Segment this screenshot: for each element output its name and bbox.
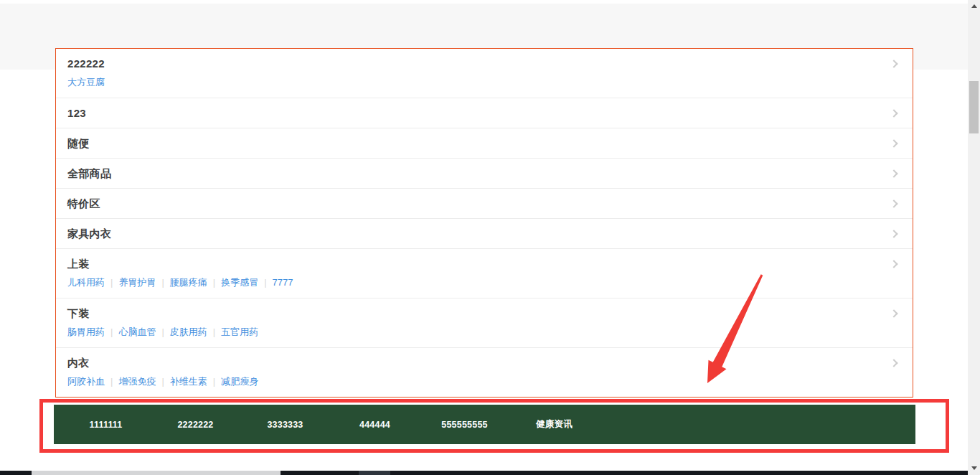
taskbar-active-segment [32, 471, 281, 475]
chevron-right-icon[interactable] [890, 139, 897, 147]
footer-nav-item[interactable]: 健康资讯 [509, 418, 599, 431]
scroll-down-icon [971, 466, 977, 470]
sublink[interactable]: 皮肤用药 [170, 326, 207, 337]
category-title[interactable]: 222222 [67, 57, 105, 70]
sublink-separator: | [213, 326, 215, 337]
sublink-separator: | [213, 277, 215, 288]
category-title[interactable]: 全部商品 [67, 166, 111, 180]
footer-nav-item[interactable]: 3333333 [240, 420, 330, 430]
footer-nav-item[interactable]: 444444 [330, 420, 420, 430]
category-row[interactable]: 全部商品 [56, 159, 913, 189]
sublink-separator: | [110, 277, 113, 288]
sublink[interactable]: 大方豆腐 [67, 77, 105, 88]
category-title[interactable]: 123 [67, 106, 86, 120]
sublink[interactable]: 阿胶补血 [67, 376, 105, 387]
sublink[interactable]: 补维生素 [170, 376, 207, 387]
sublink[interactable]: 换季感冒 [221, 277, 258, 288]
sublink-separator: | [161, 277, 164, 288]
sublink[interactable]: 肠胃用药 [67, 326, 105, 337]
chevron-right-icon[interactable] [890, 199, 897, 207]
page: 222222 大方豆腐 123 随便 全部商品 特价区 家具内衣 上装 儿科用药… [0, 0, 980, 475]
chevron-right-icon[interactable] [890, 260, 897, 268]
category-sublinks: 儿科用药|养胃护胃|腰腿疼痛|换季感冒|7777 [67, 276, 884, 288]
category-title[interactable]: 家具内衣 [67, 227, 111, 240]
category-title[interactable]: 下装 [67, 306, 90, 320]
footer-nav-item[interactable]: 555555555 [420, 420, 509, 430]
category-sublinks: 阿胶补血|增强免疫|补维生素|减肥瘦身 [67, 375, 884, 387]
category-row[interactable]: 随便 [56, 128, 913, 159]
chevron-right-icon[interactable] [890, 309, 897, 317]
category-title[interactable]: 内衣 [67, 356, 90, 370]
scrollbar-thumb[interactable] [969, 81, 979, 133]
sublink[interactable]: 心脑血管 [118, 326, 156, 337]
category-panel: 222222 大方豆腐 123 随便 全部商品 特价区 家具内衣 上装 儿科用药… [55, 48, 913, 398]
category-title[interactable]: 特价区 [67, 197, 100, 210]
category-sublinks: 肠胃用药|心脑血管|皮肤用药|五官用药 [67, 326, 884, 338]
sublink-separator: | [110, 326, 113, 337]
sublink-separator: | [264, 277, 266, 288]
footer-nav-item[interactable]: 1111111 [61, 420, 151, 430]
footer-nav-item[interactable]: 2222222 [151, 420, 240, 430]
category-title[interactable]: 随便 [67, 136, 90, 150]
sublink-separator: | [213, 376, 215, 387]
sublink-separator: | [110, 376, 113, 387]
chevron-right-icon[interactable] [890, 169, 897, 177]
taskbar-strip [0, 471, 968, 475]
vertical-scrollbar[interactable] [968, 0, 980, 475]
scroll-up-icon [971, 4, 977, 8]
chevron-right-icon[interactable] [890, 109, 897, 117]
chevron-right-icon[interactable] [890, 359, 897, 367]
scroll-up-button[interactable] [968, 0, 980, 11]
category-row[interactable]: 内衣 阿胶补血|增强免疫|补维生素|减肥瘦身 [56, 348, 913, 397]
category-row[interactable]: 下装 肠胃用药|心脑血管|皮肤用药|五官用药 [56, 298, 913, 348]
sublink[interactable]: 五官用药 [221, 326, 258, 337]
footer-nav: 111111122222223333333444444555555555健康资讯 [54, 405, 915, 444]
sublink-separator: | [161, 376, 164, 387]
category-row[interactable]: 家具内衣 [56, 219, 913, 249]
sublink[interactable]: 儿科用药 [67, 277, 105, 288]
chevron-right-icon[interactable] [890, 60, 897, 67]
category-row[interactable]: 222222 大方豆腐 [56, 49, 913, 98]
category-sublinks: 大方豆腐 [67, 76, 884, 88]
sublink[interactable]: 养胃护胃 [118, 277, 156, 288]
sublink[interactable]: 腰腿疼痛 [170, 277, 207, 288]
chevron-right-icon[interactable] [890, 230, 897, 238]
sublink[interactable]: 7777 [273, 277, 293, 288]
category-title[interactable]: 上装 [67, 257, 90, 271]
sublink[interactable]: 减肥瘦身 [221, 376, 258, 387]
category-row[interactable]: 123 [56, 98, 913, 128]
category-row[interactable]: 特价区 [56, 189, 913, 219]
scroll-down-button[interactable] [968, 462, 980, 474]
taskbar-segment [359, 471, 390, 475]
sublink-separator: | [161, 326, 164, 337]
sublink[interactable]: 增强免疫 [118, 376, 156, 387]
category-row[interactable]: 上装 儿科用药|养胃护胃|腰腿疼痛|换季感冒|7777 [56, 249, 913, 298]
